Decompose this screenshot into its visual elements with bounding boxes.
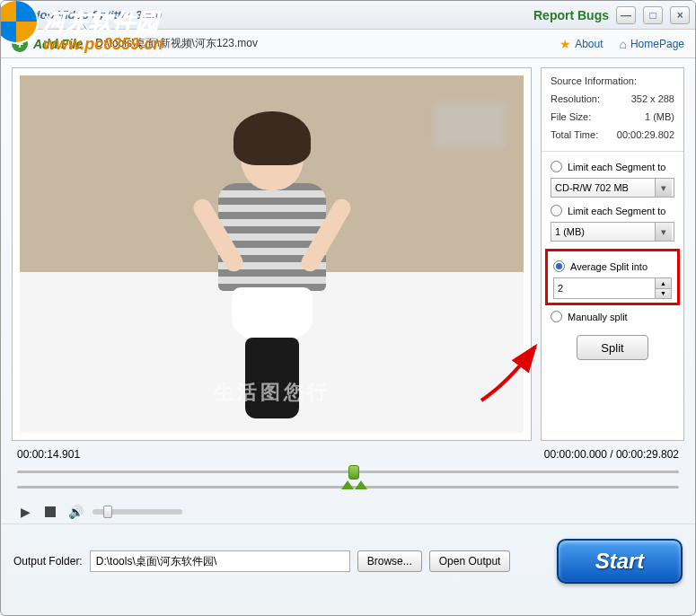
add-file-button[interactable]: + Add File: [12, 36, 83, 52]
app-title: idoo Video Splitter 3.6.0: [30, 8, 162, 22]
about-label: About: [575, 38, 603, 50]
star-icon: ★: [559, 37, 571, 51]
video-preview-panel: 生活图您行: [12, 67, 532, 441]
homepage-label: HomePage: [630, 38, 684, 50]
option-limit-size[interactable]: Limit each Segment to: [551, 161, 674, 172]
average-split-input[interactable]: 2 ▲▼: [553, 277, 672, 299]
add-file-label: Add File: [33, 37, 83, 51]
source-info: Source Information: Resolution:352 x 288…: [551, 75, 674, 140]
close-button[interactable]: ×: [670, 6, 690, 24]
limit-mb-label: Limit each Segment to: [568, 206, 665, 216]
timeline-range: 00:00:00.000 / 00:00:29.802: [544, 448, 679, 461]
highlight-annotation: Average Split into 2 ▲▼: [545, 249, 680, 305]
timeline-slider[interactable]: [17, 464, 679, 480]
average-split-label: Average Split into: [570, 261, 648, 272]
manual-split-label: Manually split: [568, 312, 628, 322]
video-watermark: 生活图您行: [214, 379, 330, 406]
option-limit-mb[interactable]: Limit each Segment to: [551, 205, 674, 216]
source-info-header: Source Information:: [551, 75, 637, 86]
options-panel: Source Information: Resolution:352 x 288…: [541, 67, 684, 441]
volume-slider[interactable]: [93, 509, 182, 515]
home-icon: ⌂: [619, 37, 626, 51]
toolbar: + Add File D:\tools\桌面\新视频\河东123.mov ★ A…: [1, 30, 695, 58]
video-content: [205, 119, 339, 415]
report-bugs-link[interactable]: Report Bugs: [533, 8, 609, 22]
radio-limit-size[interactable]: [551, 161, 562, 172]
filesize-value: 1 (MB): [645, 111, 674, 122]
loaded-file-path: D:\tools\桌面\新视频\河东123.mov: [95, 36, 258, 51]
limit-mb-select[interactable]: 1 (MB): [551, 222, 674, 242]
limit-size-select[interactable]: CD-R/W 702 MB: [551, 178, 674, 198]
volume-icon[interactable]: 🔊: [67, 504, 84, 520]
stop-button[interactable]: [42, 504, 58, 520]
video-frame: 生活图您行: [20, 75, 524, 433]
about-link[interactable]: ★ About: [559, 37, 603, 51]
spin-down-button[interactable]: ▼: [656, 289, 671, 299]
filesize-label: File Size:: [551, 111, 591, 122]
spin-up-button[interactable]: ▲: [656, 278, 671, 289]
output-folder-label: Output Folder:: [13, 555, 83, 568]
radio-manual-split[interactable]: [551, 311, 562, 322]
totaltime-value: 00:00:29.802: [617, 129, 674, 140]
totaltime-label: Total Time:: [551, 129, 598, 140]
option-manual-split[interactable]: Manually split: [551, 311, 674, 322]
average-split-value: 2: [558, 283, 563, 294]
play-button[interactable]: ▶: [17, 504, 33, 520]
timeline-current: 00:00:14.901: [17, 448, 80, 461]
plus-icon: +: [12, 36, 28, 52]
radio-limit-mb[interactable]: [551, 205, 562, 216]
browse-button[interactable]: Browse...: [357, 550, 422, 572]
volume-thumb[interactable]: [103, 506, 112, 518]
timeline-handle[interactable]: [348, 465, 359, 480]
open-output-button[interactable]: Open Output: [429, 550, 511, 572]
range-end-handle[interactable]: [355, 480, 367, 489]
maximize-button[interactable]: □: [643, 6, 663, 24]
homepage-link[interactable]: ⌂ HomePage: [619, 37, 684, 51]
radio-average-split[interactable]: [553, 260, 565, 272]
range-start-handle[interactable]: [341, 480, 354, 489]
range-slider[interactable]: [17, 484, 679, 497]
resolution-label: Resolution:: [551, 93, 600, 104]
option-average-split[interactable]: Average Split into: [553, 260, 672, 272]
resolution-value: 352 x 288: [631, 93, 674, 104]
titlebar: idoo Video Splitter 3.6.0 Report Bugs — …: [1, 1, 695, 30]
output-folder-input[interactable]: [90, 550, 350, 572]
app-icon: [10, 8, 24, 22]
start-button[interactable]: Start: [557, 539, 683, 584]
split-button[interactable]: Split: [577, 335, 648, 360]
limit-size-label: Limit each Segment to: [568, 162, 665, 172]
minimize-button[interactable]: —: [616, 6, 636, 24]
